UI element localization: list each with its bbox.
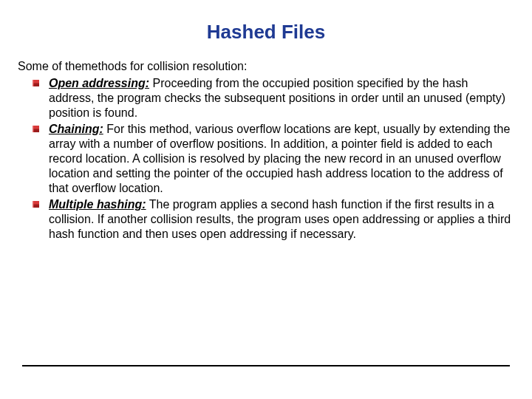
intro-text: Some of themethods for collision resolut…: [18, 60, 511, 73]
list-item: Chaining: For this method, various overf…: [33, 122, 511, 196]
slide: Hashed Files Some of themethods for coll…: [0, 0, 532, 399]
svg-rect-8: [33, 201, 34, 208]
term-desc: For this method, various overflow locati…: [49, 123, 510, 194]
bullet-icon: [33, 201, 39, 208]
bullet-icon: [33, 80, 39, 86]
term-label: Multiple hashing:: [49, 198, 146, 211]
term-label: Open addressing:: [49, 77, 149, 89]
term-label: Chaining:: [49, 123, 103, 135]
footer-divider: [22, 365, 510, 366]
list-item: Multiple hashing: The program applies a …: [33, 197, 511, 242]
list-item: Open addressing: Proceeding from the occ…: [33, 76, 511, 120]
svg-rect-2: [33, 80, 34, 86]
slide-title: Hashed Files: [21, 21, 511, 44]
bullet-icon: [33, 126, 39, 132]
svg-rect-5: [33, 126, 34, 132]
methods-list: Open addressing: Proceeding from the occ…: [21, 76, 511, 242]
